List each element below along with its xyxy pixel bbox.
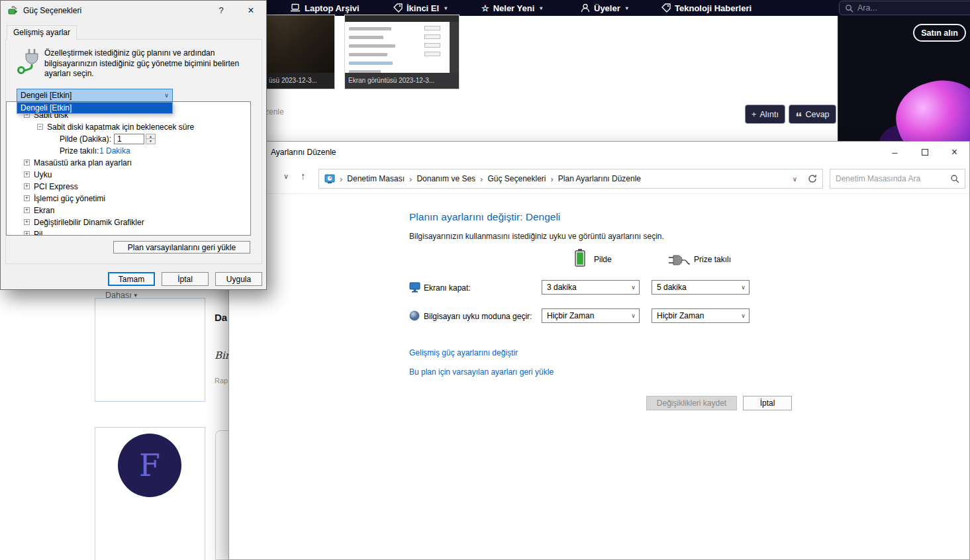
attachment-thumbnail[interactable]: Ekran görüntüsü 2023-12-3... xyxy=(344,15,460,89)
save-changes-button[interactable]: Değişiklikleri kaydet xyxy=(646,396,737,410)
user-icon xyxy=(581,3,590,13)
nav-label: Neler Yeni xyxy=(493,3,535,13)
quote-button[interactable]: + Alıntı xyxy=(745,105,785,124)
tree-item-pci-express[interactable]: + PCI Express xyxy=(7,181,250,192)
address-dropdown-icon[interactable]: ∨ xyxy=(793,175,797,183)
tree-item-beklenecek-sure[interactable]: − Sabit diski kapatmak için beklenecek s… xyxy=(7,122,250,132)
help-button[interactable]: ? xyxy=(211,3,231,18)
thumbnail-content-row xyxy=(349,53,387,56)
tree-item-pil[interactable]: + Pil xyxy=(7,229,250,236)
nav-uyeler[interactable]: Üyeler ▾ xyxy=(581,0,628,16)
maximize-icon xyxy=(922,149,928,156)
clipped-meta-text: Rap xyxy=(215,377,228,385)
thumbnail-content-row xyxy=(424,34,440,39)
thumbnail-image xyxy=(345,15,459,22)
nav-laptop-arsivi[interactable]: Laptop Arşivi xyxy=(290,0,360,16)
clipped-italic-text: Bir xyxy=(215,350,230,361)
expand-toggle-icon[interactable]: + xyxy=(24,231,30,236)
search-icon[interactable] xyxy=(950,174,959,183)
plug-icon xyxy=(667,253,690,267)
tab-gelismis-ayarlar[interactable]: Gelişmiş ayarlar xyxy=(7,25,77,40)
tree-item-masaustu-arka-plan[interactable]: + Masaüstü arka plan ayarları xyxy=(7,158,250,168)
spinner-control: ▲▼ xyxy=(146,134,156,144)
setting-label: Ekranı kapat: xyxy=(424,283,471,293)
nav-ikinci-el[interactable]: İkinci El ▾ xyxy=(393,0,447,16)
minimize-button[interactable]: – xyxy=(880,142,910,162)
tag-icon xyxy=(393,3,403,13)
history-dropdown-icon[interactable]: ∨ xyxy=(283,172,289,181)
tree-item-dinamik-grafikler[interactable]: + Değiştirilebilir Dinamik Grafikler xyxy=(7,217,250,228)
reply-button[interactable]: “ Cevap xyxy=(789,105,836,124)
column-plugged-in: Prize takılı xyxy=(694,255,731,264)
breadcrumb-item[interactable]: Plan Ayarlarını Düzenle xyxy=(558,174,641,183)
expand-toggle-icon[interactable]: + xyxy=(24,219,30,225)
expand-toggle-icon[interactable]: + xyxy=(24,195,30,201)
dropdown-sleep-on-battery[interactable]: Hiçbir Zaman ∨ xyxy=(542,308,640,323)
thumbnail-content-row xyxy=(349,44,395,48)
nav-label: Üyeler xyxy=(594,3,620,13)
breadcrumb-item[interactable]: Donanım ve Ses xyxy=(416,174,475,183)
plus-icon: + xyxy=(752,110,756,119)
thumbnail-content-row xyxy=(424,43,440,48)
tree-item-islemci-guc[interactable]: + İşlemci güç yönetimi xyxy=(7,193,250,204)
forum-search xyxy=(839,1,970,15)
apply-button[interactable]: Uygula xyxy=(215,272,262,286)
cancel-button[interactable]: İptal xyxy=(743,396,792,410)
address-bar: › Denetim Masası › Donanım ve Ses › Güç … xyxy=(318,169,823,189)
cancel-button[interactable]: İptal xyxy=(162,272,209,286)
setting-label: Bilgisayarı uyku moduna geçir: xyxy=(424,312,532,321)
thumbnail-content-row xyxy=(424,26,440,30)
buy-button[interactable]: Satın alın xyxy=(913,24,966,42)
restore-plan-defaults-button[interactable]: Plan varsayılanlarını geri yükle xyxy=(113,241,250,254)
tree-item-uyku[interactable]: + Uyku xyxy=(7,169,250,180)
battery-icon xyxy=(575,249,585,267)
up-arrow-icon[interactable]: ↑ xyxy=(301,170,306,181)
tree-item-ekran[interactable]: + Ekran xyxy=(7,205,250,216)
plan-option-dengeli[interactable]: Dengeli [Etkin] xyxy=(17,103,172,113)
refresh-icon[interactable] xyxy=(808,174,817,183)
chevron-down-icon: ∨ xyxy=(738,284,749,291)
thumbnail-content-row xyxy=(349,36,383,39)
dropdown-display-plugged-in[interactable]: 5 dakika ∨ xyxy=(652,280,750,295)
dropdown-sleep-plugged-in[interactable]: Hiçbir Zaman ∨ xyxy=(652,308,750,323)
minutes-input[interactable] xyxy=(114,134,144,144)
attachment-thumbnail[interactable]: üsü 2023-12-3... xyxy=(265,15,335,89)
breadcrumb-separator: › xyxy=(409,174,412,184)
control-panel-search-input[interactable] xyxy=(830,174,950,183)
expand-toggle-icon[interactable]: + xyxy=(24,183,30,189)
close-button[interactable]: × xyxy=(940,142,969,162)
collapse-toggle-icon[interactable]: − xyxy=(37,124,43,130)
window-title: Ayarlarını Düzenle xyxy=(271,148,336,157)
ok-button[interactable]: Tamam xyxy=(108,272,155,286)
restore-defaults-link[interactable]: Bu plan için varsayılan ayarları geri yü… xyxy=(409,367,554,377)
value-link[interactable]: 1 Dakika xyxy=(99,146,130,156)
chevron-down-icon: ▾ xyxy=(540,5,542,11)
page-subtitle: Bilgisayarınızın kullanmasını istediğini… xyxy=(409,232,664,241)
maximize-button[interactable] xyxy=(910,142,940,162)
power-plan-icon xyxy=(15,47,42,75)
dialog-description: Özelleştirmek istediğiniz güç planını ve… xyxy=(44,48,256,79)
quote-icon: “ xyxy=(795,115,802,119)
expand-toggle-icon[interactable]: + xyxy=(24,207,30,213)
plan-selector-dropdown[interactable]: Dengeli [Etkin] ∨ xyxy=(17,89,173,102)
spinner-up-icon[interactable]: ▲ xyxy=(146,134,155,139)
close-button[interactable]: × xyxy=(239,2,263,19)
power-options-icon xyxy=(8,5,19,16)
expand-toggle-icon[interactable]: + xyxy=(24,160,30,165)
nav-neler-yeni[interactable]: ☆ Neler Yeni ▾ xyxy=(481,0,542,16)
expand-toggle-icon[interactable]: + xyxy=(24,171,30,177)
nav-teknoloji-haberleri[interactable]: Teknoloji Haberleri xyxy=(661,0,752,16)
screen: Laptop Arşivi İkinci El ▾ ☆ Neler Yeni ▾… xyxy=(0,0,970,560)
sleep-icon xyxy=(409,310,420,321)
search-icon xyxy=(845,4,853,13)
breadcrumb-item[interactable]: Denetim Masası xyxy=(347,174,405,183)
star-icon: ☆ xyxy=(481,4,489,13)
advanced-settings-link[interactable]: Gelişmiş güç ayarlarını değiştir xyxy=(409,348,518,357)
user-avatar[interactable]: F xyxy=(118,434,181,497)
chevron-down-icon: ∨ xyxy=(628,284,639,291)
control-panel-icon xyxy=(324,173,335,184)
dropdown-display-on-battery[interactable]: 3 dakika ∨ xyxy=(542,280,640,295)
breadcrumb-item[interactable]: Güç Seçenekleri xyxy=(487,174,546,183)
forum-search-input[interactable] xyxy=(857,3,970,13)
spinner-down-icon[interactable]: ▼ xyxy=(146,139,155,144)
